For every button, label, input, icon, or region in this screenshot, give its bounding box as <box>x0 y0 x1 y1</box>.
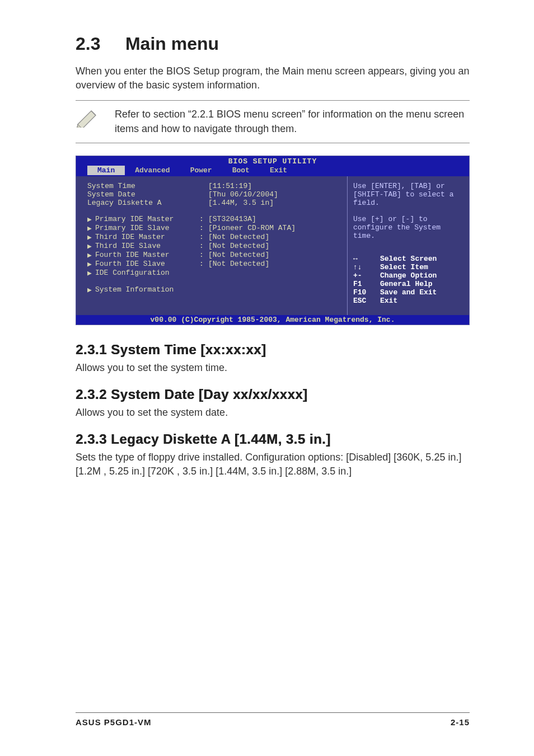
bios-legend-val: Select Item <box>380 263 428 271</box>
bios-tab-bar: Main Advanced Power Boot Exit <box>76 166 469 176</box>
bios-ide-group: ▶ Primary IDE Master : [ST320413A] ▶ Pri… <box>87 215 340 278</box>
bios-row-ide-config[interactable]: ▶ IDE Configuration <box>87 269 340 278</box>
bios-sep <box>199 190 208 199</box>
bios-row-sysinfo[interactable]: ▶ System Information <box>87 285 340 294</box>
bios-label: Fourth IDE Slave <box>95 260 199 269</box>
section-heading: 2.3 Main menu <box>76 34 470 54</box>
bios-tab-power[interactable]: Power <box>180 166 222 175</box>
subheading-2-3-1: 2.3.1 System Time [xx:xx:xx] <box>76 342 470 358</box>
bios-legend-key: F10 <box>353 288 380 297</box>
bios-body: System Time [11:51:19] System Date [Thu … <box>76 176 469 315</box>
bios-sep: : <box>199 215 208 224</box>
bios-row-ide[interactable]: ▶ Primary IDE Slave : [Pioneer CD-ROM AT… <box>87 224 340 233</box>
bios-legend-row: F10 Save and Exit <box>353 288 463 297</box>
note-block: Refer to section “2.2.1 BIOS menu screen… <box>76 100 470 143</box>
bios-legend-val: Change Option <box>380 271 437 280</box>
subtext-2-3-1: Allows you to set the system time. <box>76 361 470 374</box>
bios-screenshot: BIOS SETUP UTILITY Main Advanced Power B… <box>76 156 470 325</box>
bios-legend-key: +- <box>353 271 380 280</box>
bios-label: Fourth IDE Master <box>95 251 199 260</box>
bios-right-panel: Use [ENTER], [TAB] or [SHIFT-TAB] to sel… <box>347 176 469 315</box>
triangle-right-icon: ▶ <box>87 242 95 251</box>
bios-label: Third IDE Slave <box>95 242 199 251</box>
bios-sep: : <box>199 251 208 260</box>
section-number: 2.3 <box>76 34 100 54</box>
bios-legend-key: F1 <box>353 280 380 288</box>
triangle-right-icon: ▶ <box>87 285 95 294</box>
footer-product: ASUS P5GD1-VM <box>76 717 152 727</box>
bios-help-text-2: Use [+] or [-] to configure the System t… <box>353 215 463 240</box>
bios-label: System Information <box>95 285 199 294</box>
bios-sep <box>199 199 208 207</box>
bios-left-panel: System Time [11:51:19] System Date [Thu … <box>76 176 347 315</box>
bios-sep: : <box>199 233 208 242</box>
bios-row-time[interactable]: System Time [11:51:19] <box>87 182 340 190</box>
bios-legend-row: ↑↓ Select Item <box>353 263 463 271</box>
bios-sep: : <box>199 224 208 233</box>
footer-page-number: 2-15 <box>451 717 470 727</box>
bios-legend-key: ↑↓ <box>353 263 380 271</box>
bios-legend-key: ESC <box>353 297 380 305</box>
subtext-2-3-2: Allows you to set the system date. <box>76 406 470 419</box>
bios-label: IDE Configuration <box>95 269 199 278</box>
bios-row-ide[interactable]: ▶ Primary IDE Master : [ST320413A] <box>87 215 340 224</box>
bios-sysinfo-group: ▶ System Information <box>87 285 340 294</box>
bios-help-text-1: Use [ENTER], [TAB] or [SHIFT-TAB] to sel… <box>353 182 463 207</box>
bios-legend-val: Select Screen <box>380 255 437 263</box>
bios-legend: ↔ Select Screen ↑↓ Select Item +- Change… <box>353 255 463 305</box>
subheading-2-3-3: 2.3.3 Legacy Diskette A [1.44M, 3.5 in.] <box>76 431 470 447</box>
pencil-note-icon <box>76 107 100 128</box>
bios-row-ide[interactable]: ▶ Third IDE Master : [Not Detected] <box>87 233 340 242</box>
bios-label: System Time <box>87 182 199 190</box>
section-title: Main menu <box>125 34 219 54</box>
bios-tab-main[interactable]: Main <box>87 166 125 175</box>
bios-sep: : <box>199 260 208 269</box>
intro-paragraph: When you enter the BIOS Setup program, t… <box>76 64 470 92</box>
triangle-right-icon: ▶ <box>87 233 95 242</box>
bios-label: Primary IDE Master <box>95 215 199 224</box>
bios-value: [Not Detected] <box>208 260 269 269</box>
bios-value: [1.44M, 3.5 in] <box>208 199 274 207</box>
bios-row-ide[interactable]: ▶ Fourth IDE Slave : [Not Detected] <box>87 260 340 269</box>
bios-legend-row: F1 General Help <box>353 280 463 288</box>
bios-tab-boot[interactable]: Boot <box>222 166 260 175</box>
bios-value: [11:51:19] <box>208 182 252 190</box>
bios-label: Primary IDE Slave <box>95 224 199 233</box>
subheading-2-3-2: 2.3.2 System Date [Day xx/xx/xxxx] <box>76 387 470 402</box>
bios-sep <box>199 182 208 190</box>
bios-legend-val: Exit <box>380 297 397 305</box>
bios-label: Legacy Diskette A <box>87 199 199 207</box>
triangle-right-icon: ▶ <box>87 260 95 269</box>
bios-title: BIOS SETUP UTILITY <box>76 156 469 166</box>
bios-row-ide[interactable]: ▶ Third IDE Slave : [Not Detected] <box>87 242 340 251</box>
bios-legend-key: ↔ <box>353 255 380 263</box>
bios-tab-advanced[interactable]: Advanced <box>125 166 180 175</box>
bios-footer: v00.00 (C)Copyright 1985-2003, American … <box>76 315 469 325</box>
bios-legend-row: +- Change Option <box>353 271 463 280</box>
triangle-right-icon: ▶ <box>87 269 95 278</box>
bios-legend-row: ↔ Select Screen <box>353 255 463 263</box>
bios-value: [Not Detected] <box>208 251 269 260</box>
bios-tab-exit[interactable]: Exit <box>260 166 297 175</box>
bios-label: Third IDE Master <box>95 233 199 242</box>
bios-value: [Not Detected] <box>208 233 269 242</box>
page-footer: ASUS P5GD1-VM 2-15 <box>76 712 470 727</box>
bios-row-diskette[interactable]: Legacy Diskette A [1.44M, 3.5 in] <box>87 199 340 207</box>
triangle-right-icon: ▶ <box>87 224 95 233</box>
bios-label: System Date <box>87 190 199 199</box>
bios-legend-val: General Help <box>380 280 433 288</box>
note-text: Refer to section “2.2.1 BIOS menu screen… <box>115 107 470 135</box>
bios-value: [Pioneer CD-ROM ATA] <box>208 224 296 233</box>
bios-row-ide[interactable]: ▶ Fourth IDE Master : [Not Detected] <box>87 251 340 260</box>
subtext-2-3-3: Sets the type of floppy drive installed.… <box>76 450 470 478</box>
bios-value: [ST320413A] <box>208 215 256 224</box>
bios-value: [Not Detected] <box>208 242 269 251</box>
bios-row-date[interactable]: System Date [Thu 06/10/2004] <box>87 190 340 199</box>
triangle-right-icon: ▶ <box>87 251 95 260</box>
bios-legend-val: Save and Exit <box>380 288 437 297</box>
bios-sep: : <box>199 242 208 251</box>
bios-legend-row: ESC Exit <box>353 297 463 305</box>
triangle-right-icon: ▶ <box>87 215 95 224</box>
bios-value: [Thu 06/10/2004] <box>208 190 278 199</box>
